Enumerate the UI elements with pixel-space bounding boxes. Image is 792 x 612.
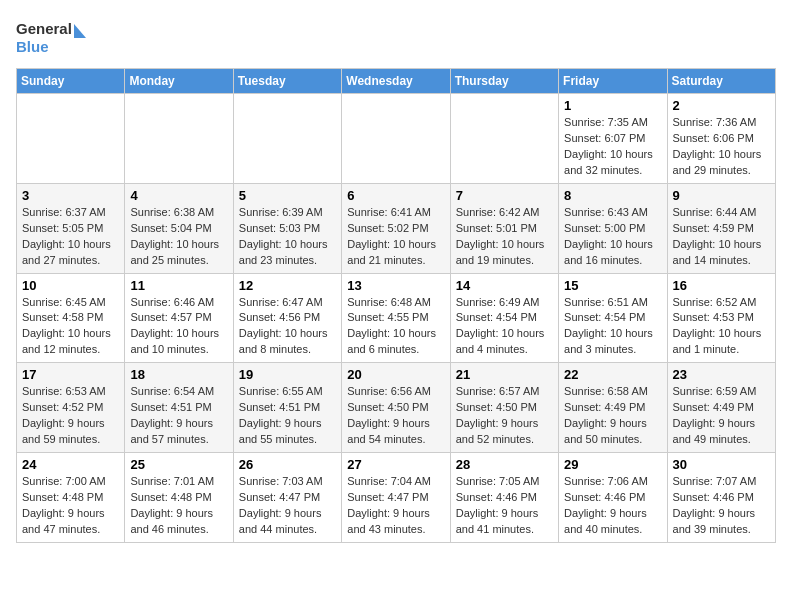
day-info: Sunrise: 6:52 AM Sunset: 4:53 PM Dayligh… <box>673 295 770 359</box>
svg-text:Blue: Blue <box>16 38 49 55</box>
day-info: Sunrise: 7:07 AM Sunset: 4:46 PM Dayligh… <box>673 474 770 538</box>
day-number: 8 <box>564 188 661 203</box>
day-info: Sunrise: 6:58 AM Sunset: 4:49 PM Dayligh… <box>564 384 661 448</box>
svg-text:General: General <box>16 20 72 37</box>
day-info: Sunrise: 6:47 AM Sunset: 4:56 PM Dayligh… <box>239 295 336 359</box>
day-info: Sunrise: 6:38 AM Sunset: 5:04 PM Dayligh… <box>130 205 227 269</box>
calendar-day-cell: 30Sunrise: 7:07 AM Sunset: 4:46 PM Dayli… <box>667 453 775 543</box>
day-info: Sunrise: 7:05 AM Sunset: 4:46 PM Dayligh… <box>456 474 553 538</box>
weekday-header: Monday <box>125 69 233 94</box>
day-number: 29 <box>564 457 661 472</box>
calendar-day-cell: 25Sunrise: 7:01 AM Sunset: 4:48 PM Dayli… <box>125 453 233 543</box>
weekday-header: Wednesday <box>342 69 450 94</box>
day-info: Sunrise: 6:48 AM Sunset: 4:55 PM Dayligh… <box>347 295 444 359</box>
calendar-week-row: 1Sunrise: 7:35 AM Sunset: 6:07 PM Daylig… <box>17 94 776 184</box>
calendar-day-cell: 5Sunrise: 6:39 AM Sunset: 5:03 PM Daylig… <box>233 183 341 273</box>
day-number: 2 <box>673 98 770 113</box>
calendar-day-cell: 24Sunrise: 7:00 AM Sunset: 4:48 PM Dayli… <box>17 453 125 543</box>
calendar-day-cell: 22Sunrise: 6:58 AM Sunset: 4:49 PM Dayli… <box>559 363 667 453</box>
day-number: 14 <box>456 278 553 293</box>
calendar-day-cell: 10Sunrise: 6:45 AM Sunset: 4:58 PM Dayli… <box>17 273 125 363</box>
day-number: 3 <box>22 188 119 203</box>
calendar-day-cell: 29Sunrise: 7:06 AM Sunset: 4:46 PM Dayli… <box>559 453 667 543</box>
calendar-day-cell: 20Sunrise: 6:56 AM Sunset: 4:50 PM Dayli… <box>342 363 450 453</box>
calendar-day-cell: 21Sunrise: 6:57 AM Sunset: 4:50 PM Dayli… <box>450 363 558 453</box>
day-number: 1 <box>564 98 661 113</box>
calendar-day-cell: 9Sunrise: 6:44 AM Sunset: 4:59 PM Daylig… <box>667 183 775 273</box>
calendar-day-cell: 12Sunrise: 6:47 AM Sunset: 4:56 PM Dayli… <box>233 273 341 363</box>
weekday-header: Thursday <box>450 69 558 94</box>
svg-marker-2 <box>74 24 86 38</box>
day-number: 23 <box>673 367 770 382</box>
calendar-header-row: SundayMondayTuesdayWednesdayThursdayFrid… <box>17 69 776 94</box>
day-info: Sunrise: 7:06 AM Sunset: 4:46 PM Dayligh… <box>564 474 661 538</box>
day-info: Sunrise: 6:59 AM Sunset: 4:49 PM Dayligh… <box>673 384 770 448</box>
calendar-day-cell <box>17 94 125 184</box>
day-info: Sunrise: 6:46 AM Sunset: 4:57 PM Dayligh… <box>130 295 227 359</box>
day-number: 20 <box>347 367 444 382</box>
calendar-day-cell: 18Sunrise: 6:54 AM Sunset: 4:51 PM Dayli… <box>125 363 233 453</box>
day-info: Sunrise: 6:42 AM Sunset: 5:01 PM Dayligh… <box>456 205 553 269</box>
calendar-day-cell: 28Sunrise: 7:05 AM Sunset: 4:46 PM Dayli… <box>450 453 558 543</box>
day-number: 12 <box>239 278 336 293</box>
calendar-day-cell: 15Sunrise: 6:51 AM Sunset: 4:54 PM Dayli… <box>559 273 667 363</box>
day-number: 4 <box>130 188 227 203</box>
calendar-day-cell <box>125 94 233 184</box>
day-number: 28 <box>456 457 553 472</box>
day-number: 7 <box>456 188 553 203</box>
calendar-day-cell: 19Sunrise: 6:55 AM Sunset: 4:51 PM Dayli… <box>233 363 341 453</box>
day-info: Sunrise: 6:45 AM Sunset: 4:58 PM Dayligh… <box>22 295 119 359</box>
day-info: Sunrise: 6:55 AM Sunset: 4:51 PM Dayligh… <box>239 384 336 448</box>
calendar-day-cell: 13Sunrise: 6:48 AM Sunset: 4:55 PM Dayli… <box>342 273 450 363</box>
calendar-day-cell: 6Sunrise: 6:41 AM Sunset: 5:02 PM Daylig… <box>342 183 450 273</box>
calendar-day-cell: 14Sunrise: 6:49 AM Sunset: 4:54 PM Dayli… <box>450 273 558 363</box>
calendar-day-cell: 3Sunrise: 6:37 AM Sunset: 5:05 PM Daylig… <box>17 183 125 273</box>
day-number: 24 <box>22 457 119 472</box>
day-number: 6 <box>347 188 444 203</box>
calendar-day-cell: 2Sunrise: 7:36 AM Sunset: 6:06 PM Daylig… <box>667 94 775 184</box>
day-number: 5 <box>239 188 336 203</box>
day-info: Sunrise: 6:57 AM Sunset: 4:50 PM Dayligh… <box>456 384 553 448</box>
day-info: Sunrise: 6:51 AM Sunset: 4:54 PM Dayligh… <box>564 295 661 359</box>
day-number: 15 <box>564 278 661 293</box>
weekday-header: Sunday <box>17 69 125 94</box>
day-number: 30 <box>673 457 770 472</box>
logo-icon: GeneralBlue <box>16 16 96 56</box>
day-number: 21 <box>456 367 553 382</box>
day-number: 25 <box>130 457 227 472</box>
day-info: Sunrise: 7:03 AM Sunset: 4:47 PM Dayligh… <box>239 474 336 538</box>
weekday-header: Friday <box>559 69 667 94</box>
calendar-day-cell: 11Sunrise: 6:46 AM Sunset: 4:57 PM Dayli… <box>125 273 233 363</box>
day-number: 16 <box>673 278 770 293</box>
logo: GeneralBlue <box>16 16 96 56</box>
day-number: 18 <box>130 367 227 382</box>
calendar-day-cell: 23Sunrise: 6:59 AM Sunset: 4:49 PM Dayli… <box>667 363 775 453</box>
calendar-day-cell: 16Sunrise: 6:52 AM Sunset: 4:53 PM Dayli… <box>667 273 775 363</box>
day-info: Sunrise: 7:01 AM Sunset: 4:48 PM Dayligh… <box>130 474 227 538</box>
calendar-week-row: 24Sunrise: 7:00 AM Sunset: 4:48 PM Dayli… <box>17 453 776 543</box>
day-info: Sunrise: 6:39 AM Sunset: 5:03 PM Dayligh… <box>239 205 336 269</box>
day-info: Sunrise: 7:36 AM Sunset: 6:06 PM Dayligh… <box>673 115 770 179</box>
day-number: 22 <box>564 367 661 382</box>
day-number: 9 <box>673 188 770 203</box>
day-info: Sunrise: 6:54 AM Sunset: 4:51 PM Dayligh… <box>130 384 227 448</box>
calendar-week-row: 17Sunrise: 6:53 AM Sunset: 4:52 PM Dayli… <box>17 363 776 453</box>
calendar-day-cell <box>450 94 558 184</box>
day-info: Sunrise: 7:04 AM Sunset: 4:47 PM Dayligh… <box>347 474 444 538</box>
calendar-table: SundayMondayTuesdayWednesdayThursdayFrid… <box>16 68 776 543</box>
day-number: 19 <box>239 367 336 382</box>
day-number: 27 <box>347 457 444 472</box>
day-info: Sunrise: 7:00 AM Sunset: 4:48 PM Dayligh… <box>22 474 119 538</box>
day-info: Sunrise: 6:43 AM Sunset: 5:00 PM Dayligh… <box>564 205 661 269</box>
day-info: Sunrise: 6:56 AM Sunset: 4:50 PM Dayligh… <box>347 384 444 448</box>
calendar-day-cell: 7Sunrise: 6:42 AM Sunset: 5:01 PM Daylig… <box>450 183 558 273</box>
calendar-day-cell <box>342 94 450 184</box>
calendar-day-cell: 8Sunrise: 6:43 AM Sunset: 5:00 PM Daylig… <box>559 183 667 273</box>
weekday-header: Tuesday <box>233 69 341 94</box>
calendar-week-row: 10Sunrise: 6:45 AM Sunset: 4:58 PM Dayli… <box>17 273 776 363</box>
calendar-day-cell: 27Sunrise: 7:04 AM Sunset: 4:47 PM Dayli… <box>342 453 450 543</box>
calendar-day-cell: 26Sunrise: 7:03 AM Sunset: 4:47 PM Dayli… <box>233 453 341 543</box>
page-header: GeneralBlue <box>16 16 776 56</box>
day-info: Sunrise: 6:37 AM Sunset: 5:05 PM Dayligh… <box>22 205 119 269</box>
calendar-day-cell: 4Sunrise: 6:38 AM Sunset: 5:04 PM Daylig… <box>125 183 233 273</box>
